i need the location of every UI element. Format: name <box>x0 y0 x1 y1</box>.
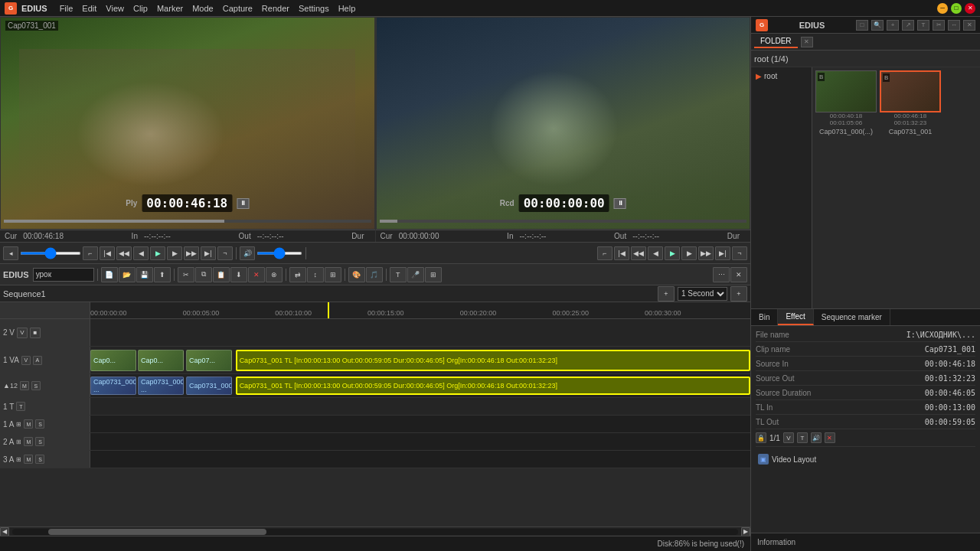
record-fast-forward[interactable]: ▶▶ <box>698 246 714 260</box>
close-panel-button[interactable]: ✕ <box>730 267 747 282</box>
folder-item-root[interactable]: ▶ root <box>754 70 808 82</box>
right-export-btn[interactable]: ↗ <box>902 20 914 31</box>
record-mark-out[interactable]: ¬ <box>732 246 747 260</box>
save-button[interactable]: 💾 <box>136 267 153 282</box>
color-correct-button[interactable]: 🎨 <box>348 267 365 282</box>
source-speed-slider[interactable] <box>20 252 81 255</box>
menu-file[interactable]: File <box>60 4 74 13</box>
track-2a-content[interactable] <box>90 433 750 450</box>
menu-edit[interactable]: Edit <box>82 4 96 13</box>
track-2v-content[interactable] <box>90 319 750 346</box>
track-2v-lock[interactable]: V <box>17 328 28 338</box>
clip-a4-selected[interactable]: Cap0731_001 TL [In:00:00:13:00 Out:00:00… <box>236 377 750 395</box>
track-1t-toggle[interactable]: T <box>16 402 25 411</box>
source-forward[interactable]: ▶ <box>167 246 182 260</box>
menu-clip[interactable]: Clip <box>133 4 148 13</box>
source-play-button[interactable]: ▶ <box>150 246 165 260</box>
right-close-btn[interactable]: ✕ <box>963 20 975 31</box>
time-ruler-track[interactable]: 00:00:00:00 00:00:05:00 00:00:10:00 00:0… <box>90 302 750 318</box>
source-step-forward[interactable]: ▶| <box>201 246 216 260</box>
mic-button[interactable]: 🎤 <box>407 267 424 282</box>
record-progress-bar[interactable] <box>380 220 747 223</box>
track-1a-solo[interactable]: S <box>35 419 44 429</box>
prop-audio-btn[interactable]: 🔊 <box>811 432 822 443</box>
more-options-button[interactable]: ⋯ <box>713 267 730 282</box>
source-fast-forward[interactable]: ▶▶ <box>184 246 199 260</box>
import-button[interactable]: ⬇ <box>230 267 247 282</box>
menu-render[interactable]: Render <box>262 4 289 13</box>
source-mark-out[interactable]: ¬ <box>217 246 233 260</box>
audio-button[interactable]: 🎵 <box>366 267 383 282</box>
record-step-back[interactable]: |◀ <box>614 246 629 260</box>
source-progress-bar[interactable] <box>4 220 371 223</box>
track-2v-toggle[interactable]: ■ <box>30 328 41 338</box>
record-set-in[interactable]: ⌐ <box>597 246 612 260</box>
tab-effect[interactable]: Effect <box>778 309 813 325</box>
folder-close-btn[interactable]: ✕ <box>801 37 813 47</box>
minimize-button[interactable]: ─ <box>937 3 948 14</box>
record-rewind[interactable]: ◀◀ <box>631 246 646 260</box>
scale-selector[interactable]: 1 Second <box>678 287 727 301</box>
track-1va-video-btn[interactable]: V <box>21 356 31 365</box>
source-mark-in[interactable]: ⌐ <box>83 246 98 260</box>
record-step-forward[interactable]: ▶| <box>715 246 730 260</box>
bin-tab-folder[interactable]: FOLDER <box>754 35 798 48</box>
clip-v2[interactable]: Cap0... <box>138 350 184 371</box>
prop-t-btn[interactable]: T <box>797 432 808 443</box>
track-1t-content[interactable] <box>90 398 750 415</box>
paste-button[interactable]: 📋 <box>213 267 230 282</box>
menu-view[interactable]: View <box>106 4 124 13</box>
export-button[interactable]: ⬆ <box>154 267 171 282</box>
menu-capture[interactable]: Capture <box>223 4 253 13</box>
sync-button[interactable]: ↕ <box>307 267 324 282</box>
new-sequence-button[interactable]: 📄 <box>101 267 118 282</box>
project-name-input[interactable] <box>33 268 94 282</box>
source-step-back[interactable]: |◀ <box>100 246 115 260</box>
track-3a-mute[interactable]: M <box>24 455 33 464</box>
prop-v-btn[interactable]: V <box>783 432 794 443</box>
clip-v1[interactable]: Cap0... <box>90 350 136 371</box>
text-button[interactable]: T <box>390 267 407 282</box>
record-pause-button[interactable]: ⏸ <box>614 198 626 209</box>
track-1va-video-content[interactable]: Cap0... Cap0... Cap07... Cap0731_001 TL … <box>90 347 750 373</box>
ripple-button[interactable]: ⇄ <box>289 267 306 282</box>
playhead[interactable] <box>328 302 329 318</box>
right-pin-btn[interactable]: ✂ <box>933 20 945 31</box>
source-volume[interactable]: 🔊 <box>240 246 255 260</box>
effect-item-video-layout[interactable]: ▣ Video Layout <box>756 452 975 467</box>
clip-a1[interactable]: Cap0731_000 ... <box>90 377 136 395</box>
right-settings-btn[interactable]: T <box>917 20 929 31</box>
record-forward[interactable]: ▶ <box>681 246 697 260</box>
source-back[interactable]: ◀ <box>133 246 149 260</box>
open-button[interactable]: 📂 <box>119 267 136 282</box>
record-back[interactable]: ◀ <box>648 246 663 260</box>
scroll-left-button[interactable]: ◀ <box>0 527 9 536</box>
timeline-scrollbar[interactable]: ◀ ▶ <box>0 527 750 536</box>
clip-a2[interactable]: Cap0731_000 ... <box>138 377 184 395</box>
track-1a-content[interactable] <box>90 416 750 432</box>
track-3a-solo[interactable]: S <box>35 455 44 464</box>
right-folder-btn[interactable]: □ <box>856 20 868 31</box>
track-1va-solo[interactable]: S <box>31 381 41 390</box>
right-new-btn[interactable]: + <box>887 20 899 31</box>
scrollbar-thumb[interactable] <box>48 529 266 535</box>
zoom-in-button[interactable]: + <box>730 286 747 302</box>
source-nav-left[interactable]: ◂ <box>3 246 18 260</box>
menu-settings[interactable]: Settings <box>299 4 329 13</box>
track-1va-audio-content[interactable]: Cap0731_000 ... Cap0731_000 ... Cap0731_… <box>90 374 750 397</box>
clip-a3[interactable]: Cap0731_000(0... <box>186 377 232 395</box>
clip-v3[interactable]: Cap07... <box>186 350 232 371</box>
cut-button[interactable]: ✂ <box>178 267 194 282</box>
source-volume-slider[interactable] <box>256 252 302 255</box>
prop-close-small-btn[interactable]: ✕ <box>825 432 835 443</box>
copy-button[interactable]: ⧉ <box>195 267 212 282</box>
grid-button[interactable]: ⊞ <box>425 267 442 282</box>
clip-v4-selected[interactable]: Cap0731_001 TL [In:00:00:13:00 Out:00:00… <box>236 350 750 371</box>
source-pause-button[interactable]: ⏸ <box>237 198 249 209</box>
track-1va-audio-btn[interactable]: A <box>33 356 42 365</box>
menu-mode[interactable]: Mode <box>192 4 214 13</box>
menu-help[interactable]: Help <box>338 4 356 13</box>
prop-lock-btn[interactable]: 🔒 <box>756 432 766 443</box>
scrollbar-track[interactable] <box>12 529 738 535</box>
track-2a-mute[interactable]: M <box>24 437 33 446</box>
